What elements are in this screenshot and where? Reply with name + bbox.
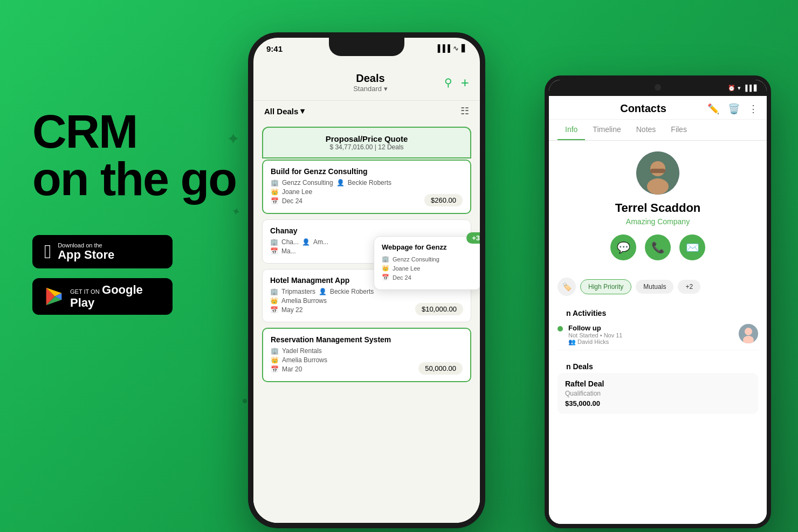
- deals-filter-row: All Deals ▾ ☷: [253, 101, 480, 121]
- contacts-screen: Contacts ✏️ 🗑️ ⋮ Info Timeline Notes Fil…: [549, 96, 767, 524]
- column-subtitle: $ 34,77,016.00 | 12 Deals: [272, 143, 462, 151]
- phone-action-button[interactable]: 📞: [645, 234, 671, 260]
- email-action-button[interactable]: ✉️: [679, 234, 705, 260]
- contact-tags: 🏷️ High Priority Mutuals +2: [549, 278, 767, 296]
- calendar-icon-1: 📅: [271, 197, 279, 205]
- crown-icon-1: 👑: [271, 188, 279, 196]
- search-icon[interactable]: ⚲: [444, 76, 452, 89]
- android-deals-section: n Deals Raftel Deal Qualification $35,00…: [549, 358, 767, 414]
- person-icon-2: 👤: [302, 238, 310, 246]
- android-deal-stage-1: Qualification: [565, 390, 751, 397]
- battery-icon: ▋: [462, 44, 467, 52]
- kanban-column: Proposal/Price Quote $ 34,77,016.00 | 12…: [253, 121, 480, 526]
- deal-card-4[interactable]: Reservation Management System 🏢 Yadel Re…: [262, 328, 471, 382]
- activity-dot-1: [558, 326, 563, 331]
- android-signal-icon: ▐▐: [743, 85, 752, 91]
- edit-icon[interactable]: ✏️: [707, 103, 719, 115]
- iphone-notch: [329, 38, 404, 56]
- column-title: Proposal/Price Quote: [272, 134, 462, 143]
- svg-point-6: [647, 178, 669, 195]
- signal-icon: ▐▐▐: [435, 44, 450, 52]
- add-icon[interactable]: +: [461, 74, 469, 91]
- list-view-icon[interactable]: ☷: [460, 105, 469, 117]
- activity-name-1: Follow up: [568, 324, 733, 332]
- crown-icon-3: 👑: [270, 297, 278, 305]
- contact-avatar: [636, 151, 679, 195]
- headline-crm: CRM: [32, 108, 237, 155]
- contact-company: Amazing Company: [626, 217, 690, 226]
- svg-rect-7: [650, 169, 665, 173]
- email-icon: ✉️: [686, 241, 699, 254]
- high-priority-tag[interactable]: High Priority: [580, 279, 631, 294]
- android-deal-title-1: Raftel Deal: [565, 379, 751, 388]
- deal-amount-3: $10,000.00: [415, 303, 463, 315]
- calendar-icon-4: 📅: [271, 365, 279, 373]
- android-deal-item-1[interactable]: Raftel Deal Qualification $35,000.00: [558, 373, 758, 414]
- crown-icon-4: 👑: [271, 356, 279, 364]
- building-icon-4: 🏢: [271, 347, 279, 355]
- column-header: Proposal/Price Quote $ 34,77,016.00 | 12…: [262, 127, 471, 158]
- headline-on-the-go: on the go: [32, 155, 237, 203]
- tooltip-calendar-icon: 📅: [382, 274, 389, 281]
- calendar-icon-2: 📅: [270, 247, 278, 255]
- iphone-mockup: 9:41 ▐▐▐ ∿ ▋ Deals Standard ▾: [248, 32, 485, 517]
- android-frame: ⏰ ▾ ▐▐ ▋ Contacts ✏️ 🗑️ ⋮ Info Time: [545, 75, 771, 528]
- activities-section-title: n Activities: [558, 305, 758, 320]
- svg-point-9: [745, 328, 752, 335]
- tab-info[interactable]: Info: [558, 120, 585, 140]
- more-icon[interactable]: ⋮: [748, 103, 758, 115]
- tooltip-building-icon: 🏢: [382, 255, 389, 262]
- deals-screen: Deals Standard ▾ ⚲ + All Deals: [253, 65, 480, 523]
- deal-company-4: 🏢 Yadel Rentals: [271, 347, 463, 355]
- android-wifi-icon: ▾: [738, 85, 741, 92]
- phone-icon: 📞: [651, 241, 665, 254]
- person-icon-3: 👤: [319, 288, 327, 295]
- android-mockup: ⏰ ▾ ▐▐ ▋ Contacts ✏️ 🗑️ ⋮ Info Time: [545, 75, 771, 523]
- left-panel: CRM on the go  Download on the App Stor…: [32, 108, 237, 315]
- chat-action-button[interactable]: 💬: [610, 234, 636, 260]
- contacts-tabs: Info Timeline Notes Files: [549, 120, 767, 141]
- iphone-time: 9:41: [266, 44, 283, 53]
- deal-amount-4: 50,000.00: [418, 362, 463, 375]
- person-icon-1: 👤: [336, 179, 345, 186]
- tab-notes[interactable]: Notes: [629, 120, 664, 140]
- deals-title-row: Deals Standard ▾ ⚲ +: [264, 72, 469, 93]
- activity-meta-1: Not Started • Nov 11: [568, 332, 733, 338]
- deal-tooltip: +3 Webpage for Genzz 🏢 Genzz Consulting …: [374, 236, 480, 290]
- deals-header-icons: ⚲ +: [444, 74, 469, 91]
- contacts-title: Contacts: [620, 102, 666, 115]
- all-deals-button[interactable]: All Deals ▾: [264, 106, 305, 116]
- activities-section: n Activities Follow up Not Started • Nov…: [549, 305, 767, 350]
- googleplay-button[interactable]: GET IT ON Google Play: [32, 278, 173, 315]
- chat-icon: 💬: [617, 241, 630, 254]
- more-tags[interactable]: +2: [678, 280, 700, 294]
- delete-icon[interactable]: 🗑️: [728, 103, 740, 115]
- tag-icon[interactable]: 🏷️: [558, 278, 576, 296]
- tab-files[interactable]: Files: [663, 120, 694, 140]
- tooltip-date: 📅 Dec 24: [382, 274, 473, 281]
- deals-title: Deals: [353, 72, 387, 85]
- deal-card-2[interactable]: Chanay 🏢 Cha... 👤 Am... 📅 Ma... $55,000.…: [262, 219, 471, 264]
- deals-header: Deals Standard ▾ ⚲ +: [253, 65, 480, 101]
- activity-content-1: Follow up Not Started • Nov 11 👥 David H…: [568, 324, 733, 346]
- contacts-header: Contacts ✏️ 🗑️ ⋮: [549, 96, 767, 120]
- alarm-icon: ⏰: [728, 85, 735, 92]
- tooltip-company: 🏢 Genzz Consulting: [382, 255, 473, 262]
- appstore-button[interactable]:  Download on the App Store: [32, 235, 173, 268]
- tab-timeline[interactable]: Timeline: [585, 120, 628, 140]
- googleplay-btn-text: GET IT ON Google Play: [70, 284, 161, 309]
- deal-card-1[interactable]: Build for Genzz Consulting 🏢 Genzz Consu…: [262, 160, 471, 214]
- android-status-icons: ⏰ ▾ ▐▐ ▋: [728, 85, 758, 92]
- deal-title-4: Reservation Management System: [271, 335, 463, 344]
- activity-avatar-1: [739, 324, 758, 343]
- deal-company-1: 🏢 Genzz Consulting 👤 Beckie Roberts: [271, 179, 463, 186]
- android-battery-icon: ▋: [754, 85, 758, 92]
- activity-item-1: Follow up Not Started • Nov 11 👥 David H…: [558, 320, 758, 350]
- mutuals-tag[interactable]: Mutuals: [636, 280, 673, 294]
- deals-subtitle: Standard ▾: [353, 85, 387, 93]
- building-icon-3: 🏢: [270, 288, 278, 295]
- activity-assignee-1: 👥 David Hicks: [568, 338, 733, 346]
- contact-profile: Terrel Scaddon Amazing Company 💬 📞 ✉️: [549, 141, 767, 278]
- appstore-btn-text: Download on the App Store: [58, 242, 114, 261]
- iphone-status-icons: ▐▐▐ ∿ ▋: [435, 44, 467, 52]
